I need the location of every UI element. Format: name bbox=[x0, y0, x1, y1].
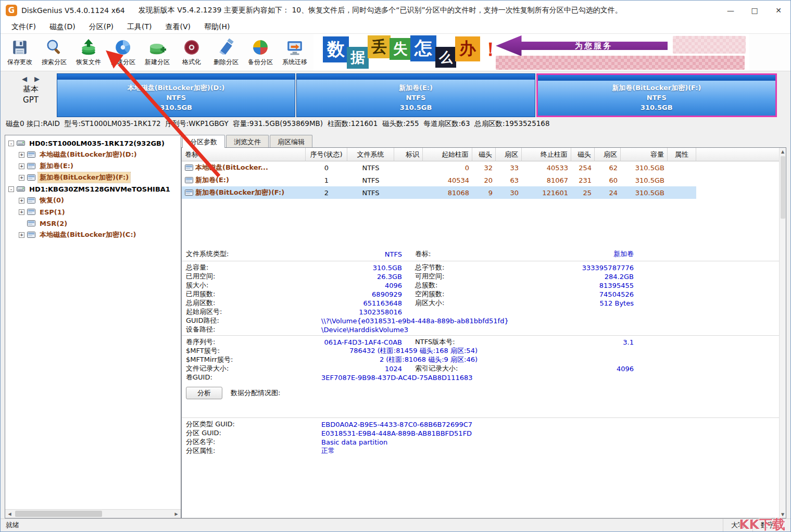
detail-value: 3.1 bbox=[493, 338, 634, 346]
menu-help[interactable]: 帮助(H) bbox=[197, 20, 236, 33]
toolbar-label: 恢复文件 bbox=[76, 58, 101, 67]
expand-icon[interactable]: + bbox=[19, 209, 24, 215]
collapse-icon[interactable]: - bbox=[8, 141, 14, 146]
column-header-flag[interactable]: 标识 bbox=[394, 148, 423, 161]
maximize-button[interactable]: □ bbox=[743, 1, 767, 20]
expand-icon[interactable]: + bbox=[19, 163, 24, 169]
update-notice-text: 发现新版本 V5.4.2.1239 主要更新内容如下： 10、恢复文件后，同时勾… bbox=[139, 6, 719, 15]
save-changes-button[interactable]: 保存更改 bbox=[3, 34, 37, 71]
recover-files-button[interactable]: 恢复文件 bbox=[71, 34, 106, 71]
tree-item-partition-d[interactable]: + 本地磁盘(BitLocker加密)(D:) bbox=[5, 149, 181, 160]
tree-item-partition-e[interactable]: + 新加卷(E:) bbox=[5, 160, 181, 172]
scrollbar-thumb[interactable] bbox=[15, 511, 102, 517]
column-header-capacity[interactable]: 容量 bbox=[621, 148, 668, 161]
detail-value: \Device\HarddiskVolume3 bbox=[321, 326, 786, 334]
column-header-head[interactable]: 磁头 bbox=[472, 148, 496, 161]
partition-icon bbox=[185, 176, 193, 184]
expand-icon[interactable]: + bbox=[19, 198, 24, 204]
tree-item-partition-f[interactable]: + 新加卷(BitLocker加密)(F:) bbox=[5, 172, 181, 183]
ad-arrow-graphic: 为您服务 bbox=[496, 35, 668, 56]
tab-sector-edit[interactable]: 扇区编辑 bbox=[270, 135, 312, 148]
column-header-end-cylinder[interactable]: 终止柱面 bbox=[522, 148, 571, 161]
prev-disk-arrow[interactable]: ◀ bbox=[22, 75, 27, 83]
backup-partition-icon bbox=[252, 39, 269, 56]
resize-grip[interactable] bbox=[782, 519, 790, 531]
partition-table-type-label: GPT bbox=[23, 95, 39, 105]
detail-label: 总容量: bbox=[186, 263, 264, 272]
column-header-volume[interactable]: 卷标 bbox=[182, 148, 306, 161]
format-icon bbox=[183, 39, 200, 56]
quick-partition-button[interactable]: 快速分区 bbox=[106, 34, 140, 71]
detail-label: 卷GUID: bbox=[186, 373, 321, 382]
partition-row-e[interactable]: 新加卷(E:) 1 NTFS 40534 20 63 81067 231 60 … bbox=[182, 174, 786, 186]
close-button[interactable]: ✕ bbox=[767, 1, 790, 20]
delete-partition-button[interactable]: 删除分区 bbox=[209, 34, 243, 71]
menu-tools[interactable]: 工具(T) bbox=[120, 20, 158, 33]
ad-banner[interactable]: 数 据 丢 失 怎 么 办 ！ 为您服务 bbox=[313, 34, 749, 71]
vertical-scrollbar[interactable]: ▲ ▼ bbox=[779, 148, 786, 518]
tree-item-partition-c[interactable]: + 本地磁盘(BitLocker加密)(C:) bbox=[5, 229, 181, 240]
partition-icon bbox=[27, 151, 35, 158]
system-migration-button[interactable]: 系统迁移 bbox=[278, 34, 312, 71]
menu-file[interactable]: 文件(F) bbox=[5, 20, 43, 33]
detail-label: 分区类型 GUID: bbox=[186, 420, 321, 429]
expand-icon[interactable]: + bbox=[19, 232, 24, 238]
tree-item-msr[interactable]: MSR(2) bbox=[5, 218, 181, 229]
column-header-head2[interactable]: 磁头 bbox=[571, 148, 595, 161]
cell-capacity: 310.5GB bbox=[635, 189, 664, 197]
cell-filesystem: NTFS bbox=[347, 186, 394, 199]
column-header-attribute[interactable]: 属性 bbox=[668, 148, 696, 161]
partition-row-d[interactable]: 本地磁盘(BitLocker... 0 NTFS 0 32 33 40533 2… bbox=[182, 161, 786, 174]
tree-item-hd1[interactable]: - HD1:KBG30ZMS128GNVMeTOSHIBA1 bbox=[5, 183, 181, 195]
disk-bar-partition-f[interactable]: 新加卷(BitLocker加密)(F:) NTFS 310.5GB bbox=[536, 73, 777, 117]
scrollbar-thumb[interactable] bbox=[781, 156, 785, 219]
tree-item-recovery[interactable]: + 恢复(0) bbox=[5, 195, 181, 206]
scroll-up-arrow[interactable]: ▲ bbox=[780, 148, 786, 155]
detail-row-partition-name: 分区名字: Basic data partition bbox=[182, 437, 786, 446]
format-button[interactable]: 格式化 bbox=[174, 34, 209, 71]
tree-item-hd0[interactable]: - HD0:ST1000LM035-1RK172(932GB) bbox=[5, 137, 181, 149]
scrollbar-track[interactable] bbox=[14, 510, 172, 518]
column-header-sector2[interactable]: 扇区 bbox=[595, 148, 621, 161]
tree-item-esp[interactable]: + ESP(1) bbox=[5, 206, 181, 218]
expand-icon[interactable]: + bbox=[19, 175, 24, 181]
new-partition-button[interactable]: 新建分区 bbox=[140, 34, 174, 71]
next-disk-arrow[interactable]: ▶ bbox=[34, 75, 40, 83]
cell-head2: 231 bbox=[579, 176, 592, 184]
cell-sector: 30 bbox=[510, 189, 519, 197]
cell-end-cylinder: 40533 bbox=[547, 164, 568, 172]
scroll-left-arrow[interactable]: ◀ bbox=[5, 510, 14, 518]
disk-style-nav: ◀ ▶ 基本 GPT bbox=[5, 73, 57, 117]
disk-bar-partition-e[interactable]: 新加卷(E:) NTFS 310.5GB bbox=[296, 73, 535, 117]
new-partition-icon bbox=[148, 39, 166, 56]
detail-value: E0318531-E9B4-448A-889B-AB81BBFD51FD bbox=[321, 429, 786, 437]
tab-browse-files[interactable]: 浏览文件 bbox=[226, 135, 269, 148]
detail-label: 可用空间: bbox=[415, 272, 493, 281]
tab-partition-params[interactable]: 分区参数 bbox=[182, 135, 225, 148]
cell-flag bbox=[394, 161, 423, 174]
detail-value: 2 (柱面:81068 磁头:9 扇区:46) bbox=[264, 355, 478, 364]
scroll-right-arrow[interactable]: ▶ bbox=[172, 510, 181, 518]
minimize-button[interactable]: — bbox=[719, 1, 743, 20]
scroll-down-arrow[interactable]: ▼ bbox=[780, 511, 786, 518]
column-header-filesystem[interactable]: 文件系统 bbox=[347, 148, 394, 161]
partition-name: 新加卷(E:) bbox=[297, 83, 534, 93]
detail-value: \\?\Volume{e0318531-e9b4-448a-889b-ab81b… bbox=[321, 317, 786, 325]
column-header-start-cylinder[interactable]: 起始柱面 bbox=[423, 148, 472, 161]
menu-disk[interactable]: 磁盘(D) bbox=[43, 20, 82, 33]
backup-partition-button[interactable]: 备份分区 bbox=[243, 34, 278, 71]
expand-icon[interactable]: + bbox=[19, 152, 24, 158]
menu-view[interactable]: 查看(V) bbox=[159, 20, 198, 33]
analyze-button[interactable]: 分析 bbox=[186, 387, 222, 399]
ad-char-tile: 失 bbox=[390, 38, 411, 60]
partition-row-f-selected[interactable]: 新加卷(BitLocker加密)(F:) 2 NTFS 81068 9 30 1… bbox=[182, 186, 786, 199]
num-lock-indicator: 数字 bbox=[752, 519, 782, 531]
column-header-index[interactable]: 序号(状态) bbox=[306, 148, 347, 161]
column-header-sector[interactable]: 扇区 bbox=[496, 148, 522, 161]
search-partition-button[interactable]: 搜索分区 bbox=[37, 34, 71, 71]
tree-horizontal-scrollbar[interactable]: ◀ ▶ bbox=[5, 509, 181, 518]
detail-value: Basic data partition bbox=[321, 438, 786, 446]
menu-partition[interactable]: 分区(P) bbox=[82, 20, 120, 33]
collapse-icon[interactable]: - bbox=[8, 186, 14, 192]
disk-bar-partition-d[interactable]: 本地磁盘(BitLocker加密)(D:) NTFS 310.5GB bbox=[57, 73, 295, 117]
